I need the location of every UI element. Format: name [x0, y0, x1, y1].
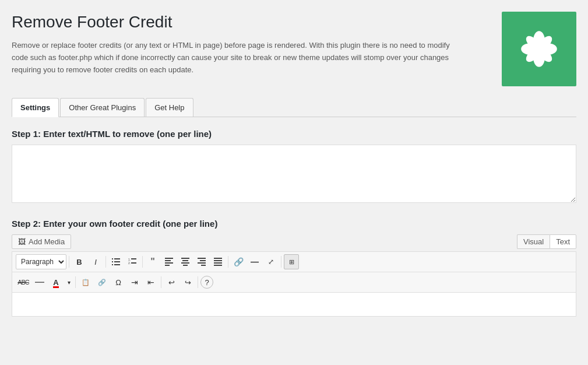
tab-settings[interactable]: Settings: [12, 98, 59, 117]
ordered-list-button[interactable]: 1.2.: [125, 254, 140, 269]
svg-rect-26: [198, 258, 206, 259]
step2-label: Step 2: Enter your own footer credit (on…: [12, 219, 576, 229]
separator2: [105, 256, 106, 268]
svg-rect-21: [165, 265, 170, 266]
page-title: Remove Footer Credit: [12, 12, 490, 33]
align-right-button[interactable]: [194, 254, 209, 269]
horizontal-rule-button[interactable]: —: [247, 254, 262, 269]
font-color-dropdown[interactable]: ▾: [65, 275, 73, 290]
svg-rect-33: [214, 265, 222, 266]
svg-rect-32: [214, 262, 222, 264]
svg-rect-9: [114, 258, 120, 259]
redo-button[interactable]: ↪: [180, 275, 195, 290]
visual-text-toggle: Visual Text: [517, 234, 576, 249]
separator4: [228, 256, 228, 268]
special-chars-button[interactable]: Ω: [111, 275, 126, 290]
blockquote-button[interactable]: ": [145, 254, 160, 269]
page-wrapper: Remove Footer Credit Remove or replace f…: [0, 0, 588, 365]
align-left-button[interactable]: [161, 254, 177, 269]
ol-icon: 1.2.: [128, 258, 136, 266]
add-media-icon: 🖼: [18, 237, 26, 246]
separator3: [142, 256, 143, 268]
undo-button[interactable]: ↩: [164, 275, 179, 290]
strikethrough-button[interactable]: ABC: [16, 275, 31, 290]
svg-rect-15: [131, 258, 136, 259]
separator6: [75, 276, 76, 288]
svg-rect-8: [112, 258, 113, 259]
italic-button[interactable]: I: [88, 254, 103, 269]
svg-rect-30: [214, 258, 222, 259]
svg-rect-31: [214, 260, 222, 261]
bold-button[interactable]: B: [72, 254, 87, 269]
separator1: [69, 256, 69, 268]
svg-rect-19: [165, 260, 171, 261]
align-justify-button[interactable]: [210, 254, 226, 269]
hr-button[interactable]: —: [32, 275, 47, 290]
svg-rect-12: [112, 264, 113, 265]
add-media-label: Add Media: [29, 237, 65, 246]
text-button[interactable]: Text: [550, 234, 576, 249]
step1-label: Step 1: Enter text/HTML to remove (one p…: [12, 129, 576, 139]
svg-rect-23: [182, 260, 188, 261]
align-center-icon: [181, 258, 189, 266]
fullscreen-button[interactable]: ⤢: [263, 254, 279, 269]
plugin-logo: [502, 12, 576, 86]
ul-icon: [112, 258, 120, 266]
indent-button[interactable]: ⇥: [127, 275, 142, 290]
svg-rect-17: [131, 262, 136, 264]
paragraph-select[interactable]: Paragraph: [16, 254, 66, 269]
separator5: [281, 256, 281, 268]
toolbar-row2: ABC — A ▾ 📋 🔗 Ω ⇥: [12, 272, 576, 293]
svg-rect-29: [201, 265, 206, 266]
link-button[interactable]: 🔗: [231, 254, 246, 269]
step1-textarea[interactable]: [12, 145, 576, 203]
plugin-logo-icon: [519, 29, 559, 69]
visual-button[interactable]: Visual: [517, 234, 550, 249]
paste-plain-button[interactable]: 📋: [78, 275, 93, 290]
remove-format-button[interactable]: 🔗: [94, 275, 110, 290]
svg-rect-25: [183, 265, 188, 266]
tabs-section: Settings Other Great Plugins Get Help: [12, 98, 576, 117]
svg-rect-20: [165, 262, 173, 264]
header-left: Remove Footer Credit Remove or replace f…: [12, 12, 502, 76]
step1-area: Step 1: Enter text/HTML to remove (one p…: [12, 129, 576, 205]
header-section: Remove Footer Credit Remove or replace f…: [12, 12, 576, 86]
svg-rect-11: [114, 261, 120, 262]
svg-rect-22: [181, 258, 189, 259]
tab-other-plugins[interactable]: Other Great Plugins: [60, 98, 145, 117]
font-color-button[interactable]: A: [48, 275, 64, 290]
step2-area: Step 2: Enter your own footer credit (on…: [12, 219, 576, 317]
separator7: [161, 276, 161, 288]
separator8: [198, 276, 198, 288]
align-left-icon: [165, 258, 173, 266]
outdent-button[interactable]: ⇤: [143, 275, 159, 290]
font-color-icon: A: [53, 278, 58, 287]
align-center-button[interactable]: [178, 254, 193, 269]
tab-get-help[interactable]: Get Help: [146, 98, 193, 117]
svg-text:2.: 2.: [128, 261, 131, 265]
svg-rect-24: [181, 262, 189, 264]
editor-container: Paragraph B I 1.2. ": [12, 251, 576, 317]
align-justify-icon: [214, 258, 222, 266]
svg-rect-10: [112, 261, 113, 262]
toolbar-row1: Paragraph B I 1.2. ": [12, 252, 576, 272]
editor-content-area[interactable]: [12, 293, 576, 316]
svg-rect-27: [200, 260, 206, 261]
svg-rect-28: [198, 262, 206, 264]
editor-toolbar-top: 🖼 Add Media Visual Text: [12, 234, 576, 249]
page-description: Remove or replace footer credits (or any…: [12, 40, 455, 76]
kitchen-sink-button[interactable]: ⊞: [284, 254, 299, 269]
content-section: Step 1: Enter text/HTML to remove (one p…: [12, 129, 576, 317]
add-media-button[interactable]: 🖼 Add Media: [12, 234, 71, 249]
align-right-icon: [198, 258, 206, 266]
unordered-list-button[interactable]: [108, 254, 124, 269]
svg-rect-18: [165, 258, 173, 259]
help-button[interactable]: ?: [200, 276, 213, 289]
svg-rect-13: [114, 264, 120, 265]
